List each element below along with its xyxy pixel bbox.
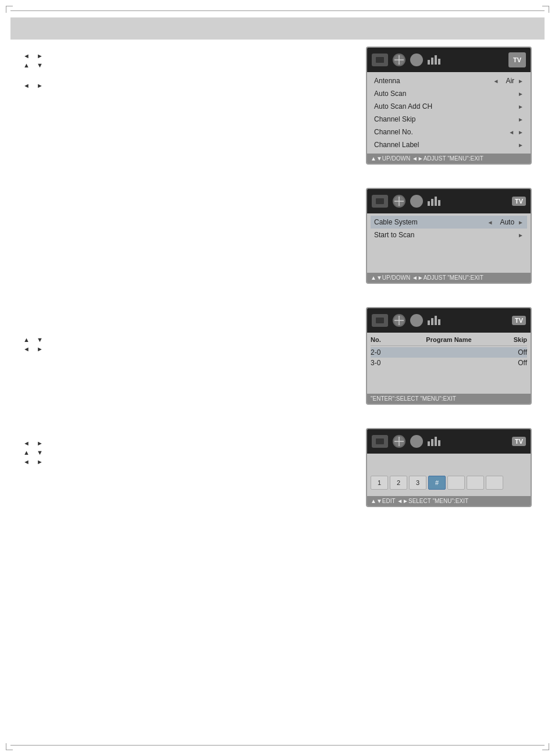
antenna-icon-1 — [393, 54, 405, 66]
menu-row-channel-skip: Channel Skip ► — [371, 113, 527, 126]
tv-icon-3: TV — [512, 316, 526, 325]
header-bar — [10, 17, 545, 40]
arrow-right-1: ► — [37, 52, 43, 59]
tv-screen-3: TV No. Program Name Skip 2-0 Off 3-0 — [366, 307, 532, 405]
svg-rect-11 — [376, 318, 384, 323]
menu-row-autoscan: Auto Scan ► — [371, 87, 527, 100]
arrow-group-1: ◄ ► ▲ ▼ — [23, 52, 354, 69]
section-1-screen: TV Antenna ◄ Air ► Auto Scan ► — [366, 47, 532, 165]
key-empty-1 — [447, 476, 465, 490]
tv-body-2: Cable System ◄ Auto ► Start to Scan ► — [367, 213, 531, 273]
cable-system-arrow-left: ◄ — [488, 219, 493, 226]
svg-rect-1 — [376, 57, 384, 63]
menu-row-channel-label: Channel Label ► — [371, 138, 527, 151]
tv-icon-4: TV — [512, 437, 526, 446]
s3-arrow-left: ◄ — [23, 345, 30, 352]
channel-no-arrow-right: ► — [518, 129, 524, 135]
s4-arrow-left-2: ◄ — [23, 458, 30, 465]
menu-row-channel-no: Channel No. ◄ ► — [371, 126, 527, 138]
page-border-top — [10, 10, 545, 11]
tv-header-4: TV — [367, 429, 531, 454]
row2-no: 3-0 — [371, 359, 400, 367]
section-4-screen: TV 1 2 3 # ▲▼EDIT ◄►SELECT "MENU — [366, 428, 532, 507]
s4-arrow-right-2: ► — [37, 458, 43, 465]
tv-screen-1: TV Antenna ◄ Air ► Auto Scan ► — [366, 47, 532, 165]
menu-icon-1 — [372, 54, 388, 66]
arrow-left-1: ◄ — [23, 52, 30, 59]
s3-arrow-down: ▼ — [37, 336, 43, 343]
antenna-arrow-left: ◄ — [493, 78, 499, 84]
tv-icon-1: TV — [508, 52, 526, 67]
section-4: ◄ ► ▲ ▼ ◄ ► — [23, 428, 532, 507]
antenna-value: Air — [506, 77, 514, 85]
keyboard-row-1: 1 2 3 # — [371, 476, 527, 490]
skip-table-header: No. Program Name Skip — [371, 335, 527, 346]
tv-screen-2: TV Cable System ◄ Auto ► Start to Scan ► — [366, 188, 532, 284]
table-row-2: 3-0 Off — [371, 358, 527, 368]
menu-icon-4 — [372, 435, 388, 448]
key-1[interactable]: 1 — [371, 476, 388, 490]
col-header-name: Program Name — [400, 336, 498, 343]
arrow-row-1: ◄ ► — [23, 52, 354, 59]
tv-header-3: TV — [367, 308, 531, 333]
page-border-bottom — [10, 745, 545, 746]
section-1-text: ◄ ► ▲ ▼ ◄ ► — [23, 47, 354, 89]
antenna-icon-4 — [393, 435, 405, 448]
section-3-arrow-row-1: ▲ ▼ — [23, 336, 354, 343]
tv-body-3: No. Program Name Skip 2-0 Off 3-0 Off — [367, 333, 531, 394]
arrow-row-2: ▲ ▼ — [23, 62, 354, 69]
section-4-arrow-row-3: ◄ ► — [23, 458, 354, 465]
menu-label-channel-no: Channel No. — [374, 128, 508, 136]
section-4-text: ◄ ► ▲ ▼ ◄ ► — [23, 428, 354, 465]
menu-label-start-scan: Start to Scan — [374, 231, 518, 239]
key-hash[interactable]: # — [428, 476, 446, 490]
circle-icon-2 — [410, 195, 423, 208]
autoscan-arrow-right: ► — [518, 91, 524, 97]
svg-rect-16 — [376, 438, 384, 444]
arrow-left-2: ◄ — [23, 82, 30, 89]
circle-icon-4 — [410, 435, 423, 448]
menu-row-antenna: Antenna ◄ Air ► — [371, 74, 527, 87]
arrow-row-3: ◄ ► — [23, 82, 354, 89]
key-empty-2 — [467, 476, 484, 490]
tv-footer-text-1: ▲▼UP/DOWN ◄►ADJUST "MENU":EXIT — [371, 155, 483, 162]
corner-bl — [6, 743, 13, 750]
tv-icon-2: TV — [512, 197, 526, 206]
tv-body-1: Antenna ◄ Air ► Auto Scan ► Auto Scan Ad… — [367, 72, 531, 154]
menu-icon-2 — [372, 195, 388, 208]
tv-footer-2: ▲▼UP/DOWN ◄►ADJUST "MENU":EXIT — [367, 273, 531, 283]
s4-arrow-right-1: ► — [37, 440, 43, 447]
s3-arrow-up: ▲ — [23, 336, 30, 343]
menu-row-autoscan-add: Auto Scan Add CH ► — [371, 100, 527, 113]
channel-skip-arrow-right: ► — [518, 116, 524, 123]
arrow-down-1: ▼ — [37, 62, 43, 69]
section-4-arrow-row-2: ▲ ▼ — [23, 449, 354, 456]
col-header-no: No. — [371, 336, 400, 343]
key-3[interactable]: 3 — [409, 476, 426, 490]
svg-rect-6 — [376, 198, 384, 204]
section-4-arrows: ◄ ► ▲ ▼ ◄ ► — [23, 440, 354, 465]
tv-footer-text-3: "ENTER":SELECT "MENU":EXIT — [371, 395, 456, 402]
section-3-screen: TV No. Program Name Skip 2-0 Off 3-0 — [366, 307, 532, 405]
menu-icon-3 — [372, 314, 388, 327]
row1-no: 2-0 — [371, 348, 400, 356]
s4-arrow-up: ▲ — [23, 449, 30, 456]
channel-no-arrow-left: ◄ — [508, 129, 514, 135]
corner-tr — [542, 6, 549, 13]
tv-header-2: TV — [367, 189, 531, 213]
section-4-arrow-row-1: ◄ ► — [23, 440, 354, 447]
tv-footer-3: "ENTER":SELECT "MENU":EXIT — [367, 394, 531, 404]
tv-header-1: TV — [367, 48, 531, 72]
col-header-skip: Skip — [498, 336, 527, 343]
menu-label-cable-system: Cable System — [374, 218, 488, 226]
section-3-arrow-row-2: ◄ ► — [23, 345, 354, 352]
bars-icon-1 — [428, 55, 440, 65]
antenna-arrow-right: ► — [518, 78, 524, 84]
key-2[interactable]: 2 — [390, 476, 407, 490]
tv-screen-4: TV 1 2 3 # ▲▼EDIT ◄►SELECT "MENU — [366, 428, 532, 507]
antenna-icon-2 — [393, 195, 405, 208]
circle-icon-1 — [410, 54, 423, 66]
menu-row-cable-system: Cable System ◄ Auto ► — [371, 216, 527, 229]
section-3-text: ▲ ▼ ◄ ► — [23, 307, 354, 352]
menu-row-start-scan: Start to Scan ► — [371, 229, 527, 241]
